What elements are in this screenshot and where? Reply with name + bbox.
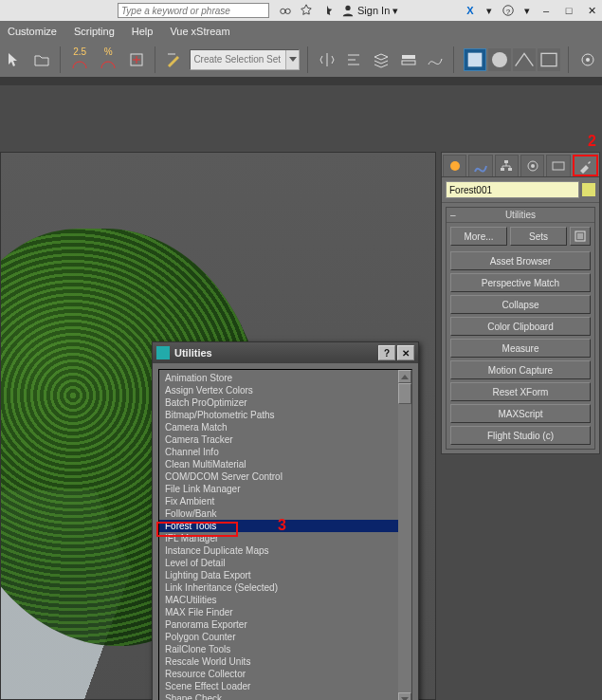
mirror-icon[interactable] — [316, 48, 337, 71]
layers-icon[interactable] — [371, 48, 392, 71]
selection-set-dropdown[interactable] — [190, 49, 300, 70]
menu-customize[interactable]: Customize — [8, 26, 57, 37]
main-toolbar: 2.5 % — [0, 42, 602, 78]
list-item[interactable]: Camera Tracker — [159, 433, 411, 446]
app-icon — [156, 346, 170, 359]
list-item[interactable]: Bitmap/Photometric Paths — [159, 409, 411, 421]
tab-modify[interactable] — [468, 155, 492, 176]
utility-button-perspective-match[interactable]: Perspective Match — [450, 273, 591, 292]
cursor-icon[interactable] — [4, 48, 26, 71]
utility-button-maxscript[interactable]: MAXScript — [450, 404, 591, 423]
keyword-search-input[interactable] — [118, 3, 269, 18]
tab-display[interactable] — [546, 155, 570, 176]
list-item[interactable]: Level of Detail — [159, 557, 411, 569]
list-item[interactable]: Assign Vertex Colors — [159, 384, 411, 396]
render-frame-icon[interactable] — [538, 48, 560, 71]
annotation-3: 3 — [278, 517, 286, 534]
rollout-title: Utilities — [505, 210, 536, 220]
utility-button-color-clipboard[interactable]: Color Clipboard — [450, 317, 591, 336]
spinner-snap-icon[interactable] — [125, 48, 147, 71]
list-item[interactable]: Camera Match — [159, 421, 411, 433]
edit-named-sel-icon[interactable] — [163, 48, 185, 71]
utility-button-flight-studio-c-[interactable]: Flight Studio (c) — [450, 426, 591, 445]
tab-hierarchy[interactable] — [495, 155, 519, 176]
svg-rect-8 — [468, 52, 483, 66]
list-item[interactable]: Lighting Data Export — [159, 569, 411, 581]
menu-help[interactable]: Help — [132, 26, 154, 37]
material-editor-icon[interactable] — [488, 48, 511, 71]
render-setup-icon[interactable] — [513, 48, 536, 71]
annotation-2: 2 — [588, 133, 596, 150]
list-item[interactable]: Resource Collector — [159, 668, 411, 680]
list-item[interactable]: Scene Effect Loader — [159, 680, 411, 692]
sets-button[interactable]: Sets — [510, 227, 567, 246]
help-icon[interactable]: ? — [502, 4, 515, 17]
svg-rect-15 — [501, 168, 504, 171]
list-item[interactable]: File Link Manager — [159, 483, 411, 495]
list-item[interactable]: Clean MultiMaterial — [159, 458, 411, 470]
list-item[interactable]: Animation Store — [159, 372, 411, 384]
align-icon[interactable] — [343, 48, 365, 71]
ribbon-icon[interactable] — [397, 48, 419, 71]
svg-point-9 — [492, 52, 507, 67]
tab-utilities[interactable] — [573, 155, 598, 176]
utility-button-reset-xform[interactable]: Reset XForm — [450, 382, 591, 401]
keyword-search[interactable] — [118, 3, 269, 18]
minimize-icon[interactable]: – — [539, 4, 553, 17]
menu-vue[interactable]: Vue xStream — [170, 26, 229, 37]
list-item[interactable]: Rescale World Units — [159, 655, 411, 668]
utilities-listbox[interactable]: Animation StoreAssign Vertex ColorsBatch… — [158, 369, 412, 700]
list-item[interactable]: Channel Info — [159, 446, 411, 458]
scroll-down-button[interactable] — [398, 692, 411, 700]
close-icon[interactable]: ✕ — [585, 4, 598, 17]
list-item[interactable]: Batch ProOptimizer — [159, 396, 411, 409]
star-icon[interactable] — [300, 4, 313, 17]
workspace: 2 – Utilities More — [0, 85, 602, 700]
list-item[interactable]: Shape Check — [159, 692, 411, 700]
schematic-view-icon[interactable] — [464, 48, 486, 71]
svg-point-2 — [345, 6, 350, 10]
scroll-thumb[interactable] — [398, 383, 411, 404]
list-item[interactable]: Instance Duplicate Maps — [159, 544, 411, 557]
selection-set-input[interactable] — [191, 54, 285, 64]
angle-snap-icon[interactable] — [68, 57, 91, 72]
list-item[interactable]: MAX File Finder — [159, 606, 411, 618]
utility-button-motion-capture[interactable]: Motion Capture — [450, 360, 591, 379]
tab-motion[interactable] — [520, 155, 544, 176]
more-button[interactable]: More... — [450, 227, 507, 246]
binoculars-icon[interactable] — [279, 4, 292, 17]
list-item[interactable]: Panorama Exporter — [159, 618, 411, 631]
menu-scripting[interactable]: Scripting — [74, 26, 115, 37]
list-item[interactable]: RailClone Tools — [159, 643, 411, 655]
sign-in[interactable]: Sign In ▾ — [341, 4, 398, 17]
object-color-swatch[interactable] — [582, 183, 595, 196]
utility-button-collapse[interactable]: Collapse — [450, 295, 591, 314]
dialog-titlebar[interactable]: Utilities ? ✕ — [153, 342, 418, 363]
list-item[interactable]: Link Inheritance (Selected) — [159, 581, 411, 594]
title-bar: Sign In ▾ X ▾ ? ▾ – □ ✕ — [0, 0, 602, 21]
list-item[interactable]: Fix Ambient — [159, 495, 411, 507]
configure-button[interactable] — [570, 227, 591, 246]
curve-editor-icon[interactable] — [425, 48, 447, 71]
utility-button-measure[interactable]: Measure — [450, 339, 591, 358]
restore-icon[interactable]: □ — [562, 4, 575, 17]
svg-rect-19 — [553, 162, 564, 170]
tab-create[interactable] — [443, 155, 466, 176]
exchange-icon[interactable]: X — [464, 4, 477, 17]
list-item[interactable]: MACUtilities — [159, 594, 411, 606]
dialog-close-button[interactable]: ✕ — [397, 345, 414, 360]
utility-button-asset-browser[interactable]: Asset Browser — [450, 251, 591, 270]
svg-point-0 — [281, 9, 285, 13]
open-icon[interactable] — [31, 48, 53, 71]
scrollbar[interactable] — [398, 370, 411, 700]
dialog-help-button[interactable]: ? — [378, 345, 395, 360]
list-item[interactable]: COM/DCOM Server Control — [159, 470, 411, 483]
svg-point-12 — [586, 58, 590, 62]
object-name-input[interactable] — [446, 181, 579, 198]
scroll-up-button[interactable] — [398, 370, 411, 383]
percent-snap-icon[interactable] — [97, 57, 119, 72]
render-icon[interactable] — [576, 48, 598, 71]
favorite-icon[interactable] — [320, 4, 334, 17]
list-item[interactable]: Polygon Counter — [159, 631, 411, 643]
rollout-header[interactable]: – Utilities — [447, 208, 594, 223]
